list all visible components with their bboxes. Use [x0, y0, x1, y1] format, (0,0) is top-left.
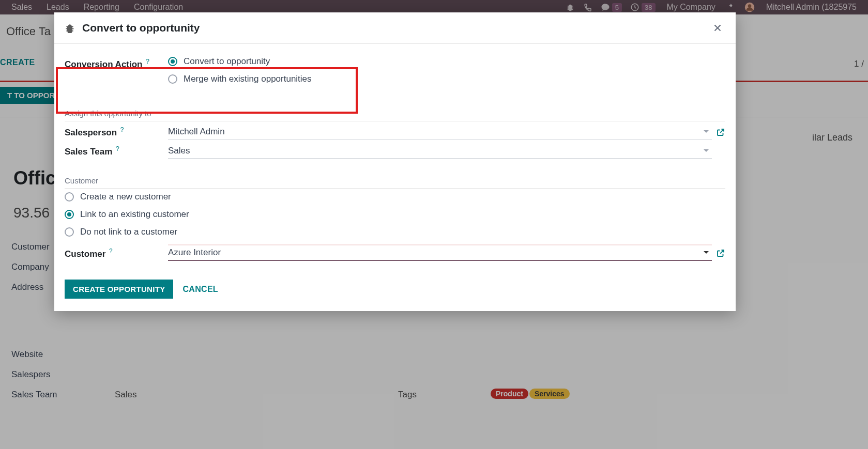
help-icon[interactable]: ? — [146, 58, 149, 65]
radio-icon — [65, 192, 74, 202]
radio-merge-existing[interactable]: Merge with existing opportunities — [168, 74, 725, 84]
help-icon[interactable]: ? — [120, 126, 124, 133]
modal-footer: CREATE OPPORTUNITY CANCEL — [54, 269, 736, 311]
sales-team-value: Sales — [168, 146, 701, 156]
sales-team-row: Sales Team ? Sales — [65, 144, 725, 159]
radio-link-existing-customer[interactable]: Link to an existing customer — [65, 209, 725, 220]
radio-icon — [65, 227, 74, 237]
external-link-icon[interactable] — [716, 128, 725, 137]
customer-row: Customer ? Azure Interior — [65, 245, 725, 261]
sales-team-label-text: Sales Team — [65, 147, 112, 157]
customer-section-title: Customer — [65, 176, 725, 189]
radio-label: Do not link to a customer — [80, 227, 177, 237]
help-icon[interactable]: ? — [109, 247, 113, 255]
radio-icon — [168, 74, 177, 84]
convert-to-opportunity-modal: Convert to opportunity Conversion Action… — [54, 12, 736, 311]
conversion-action-row: Conversion Action ? Convert to opportuni… — [65, 56, 725, 91]
sales-team-input[interactable]: Sales — [168, 144, 712, 159]
conversion-action-label-text: Conversion Action — [65, 59, 143, 69]
developer-bug-icon[interactable] — [65, 23, 75, 33]
radio-label: Link to an existing customer — [80, 209, 189, 220]
radio-do-not-link[interactable]: Do not link to a customer — [65, 227, 725, 237]
salesperson-input[interactable]: Mitchell Admin — [168, 125, 712, 140]
customer-input[interactable]: Azure Interior — [168, 245, 712, 261]
salesperson-row: Salesperson ? Mitchell Admin — [65, 125, 725, 140]
salesperson-label: Salesperson ? — [65, 126, 168, 138]
radio-create-customer[interactable]: Create a new customer — [65, 192, 725, 202]
sales-team-label: Sales Team ? — [65, 145, 168, 157]
close-icon[interactable] — [712, 22, 723, 34]
modal-body: Conversion Action ? Convert to opportuni… — [54, 44, 736, 269]
assign-section-title: Assign this opportunity to — [65, 109, 725, 121]
modified-indicator — [168, 244, 712, 245]
chevron-down-icon — [704, 250, 709, 255]
customer-label: Customer ? — [65, 247, 168, 259]
modal-title: Convert to opportunity — [82, 22, 200, 34]
radio-label: Merge with existing opportunities — [184, 74, 312, 84]
radio-label: Convert to opportunity — [184, 56, 270, 67]
create-opportunity-button[interactable]: CREATE OPPORTUNITY — [65, 280, 173, 299]
chevron-down-icon — [704, 129, 709, 134]
help-icon[interactable]: ? — [116, 145, 119, 152]
radio-icon — [168, 57, 177, 66]
cancel-button[interactable]: CANCEL — [182, 285, 218, 294]
salesperson-value: Mitchell Admin — [168, 127, 701, 137]
radio-label: Create a new customer — [80, 192, 171, 202]
radio-icon — [65, 210, 74, 219]
customer-label-text: Customer — [65, 249, 105, 258]
radio-convert-to-opportunity[interactable]: Convert to opportunity — [168, 56, 725, 67]
chevron-down-icon — [704, 148, 709, 153]
external-link-icon[interactable] — [716, 249, 725, 258]
modal-header: Convert to opportunity — [54, 12, 736, 44]
conversion-action-label: Conversion Action ? — [65, 56, 168, 70]
salesperson-label-text: Salesperson — [65, 128, 117, 137]
customer-value: Azure Interior — [168, 247, 701, 258]
